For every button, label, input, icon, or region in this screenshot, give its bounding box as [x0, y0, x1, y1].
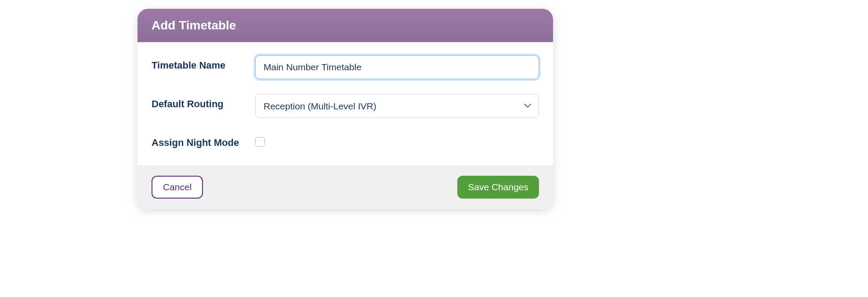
assign-night-mode-control: [255, 133, 539, 148]
timetable-name-row: Timetable Name: [152, 55, 539, 79]
save-button[interactable]: Save Changes: [457, 176, 539, 199]
modal-title: Add Timetable: [152, 18, 539, 33]
timetable-name-control: [255, 55, 539, 79]
timetable-name-input[interactable]: [255, 55, 539, 79]
assign-night-mode-row: Assign Night Mode: [152, 133, 539, 149]
default-routing-row: Default Routing Reception (Multi-Level I…: [152, 94, 539, 118]
modal-body: Timetable Name Default Routing Reception…: [137, 42, 553, 165]
assign-night-mode-label: Assign Night Mode: [152, 133, 255, 149]
modal-footer: Cancel Save Changes: [137, 165, 553, 209]
assign-night-mode-checkbox[interactable]: [255, 137, 265, 147]
default-routing-control: Reception (Multi-Level IVR): [255, 94, 539, 118]
default-routing-select[interactable]: Reception (Multi-Level IVR): [255, 94, 539, 118]
add-timetable-modal: Add Timetable Timetable Name Default Rou…: [137, 9, 553, 209]
cancel-button[interactable]: Cancel: [152, 176, 203, 199]
timetable-name-label: Timetable Name: [152, 55, 255, 72]
modal-header: Add Timetable: [137, 9, 553, 42]
default-routing-label: Default Routing: [152, 94, 255, 111]
